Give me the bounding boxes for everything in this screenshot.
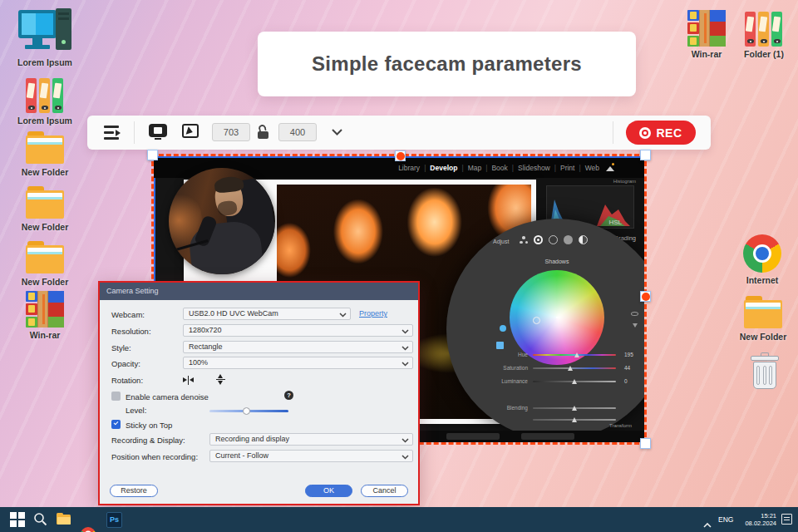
language-indicator[interactable]: ENG <box>718 515 733 524</box>
tab-book[interactable]: Book <box>491 164 507 172</box>
tab-map[interactable]: Map <box>468 164 482 172</box>
denoise-label: Enable camera denoise <box>126 392 209 401</box>
region-width-input[interactable] <box>212 123 250 141</box>
recording-display-value: Recording and display <box>215 435 289 443</box>
desktop-icon-recycle-bin[interactable] <box>746 352 783 391</box>
blending-slider[interactable] <box>533 407 616 410</box>
rotation-label: Rotation: <box>111 376 143 385</box>
restore-button[interactable]: Restore <box>110 485 158 497</box>
position-select[interactable]: Current - Follow <box>209 450 413 462</box>
taskbar-search-button[interactable] <box>33 512 48 527</box>
three-way-icon[interactable] <box>520 236 528 244</box>
handle-right-middle[interactable] <box>640 291 651 302</box>
unlock-aspect-icon[interactable] <box>258 125 270 139</box>
custom-region-icon[interactable] <box>182 124 199 140</box>
clock-time: 15:21 <box>738 512 776 520</box>
tab-slideshow[interactable]: Slideshow <box>518 164 550 172</box>
tab-develop[interactable]: Develop <box>430 164 457 172</box>
chrome-taskbar-button[interactable] <box>81 527 96 532</box>
hue-slider-row: Hue 195 <box>446 352 644 358</box>
webcam-select[interactable]: USB2.0 HD UVC WebCam <box>183 308 351 320</box>
panel-collapse-icon[interactable] <box>104 126 121 140</box>
balance-slider-row <box>446 416 644 423</box>
tab-print[interactable]: Print <box>560 164 574 172</box>
opacity-value: 100% <box>189 358 208 367</box>
blending-slider-row: Blending <box>446 405 644 411</box>
lr-bottom-button[interactable] <box>446 433 500 440</box>
handle-bottom-right[interactable] <box>640 438 651 449</box>
midtones-wheel-icon[interactable] <box>549 235 558 244</box>
saturation-value: 44 <box>624 365 630 371</box>
property-link[interactable]: Property <box>359 309 387 318</box>
sticky-checkbox[interactable] <box>111 420 121 429</box>
hsl-label: HSL <box>608 219 622 226</box>
cancel-button[interactable]: Cancel <box>361 485 408 497</box>
color-wheel[interactable] <box>510 270 604 365</box>
recording-display-label: Recording & Display: <box>111 436 185 445</box>
desktop-icon-winrar-top[interactable]: Win-rar <box>680 10 733 59</box>
handle-top-center[interactable] <box>395 150 406 161</box>
help-icon[interactable]: ? <box>284 391 293 400</box>
histogram-label: Histogram <box>613 179 636 184</box>
sticky-label: Sticky on Top <box>126 421 172 430</box>
hue-value: 195 <box>624 352 633 357</box>
winrar-icon <box>26 291 64 328</box>
desktop-icon-winrar-left[interactable]: Win-rar <box>13 291 76 340</box>
desktop-icon-new-folder-2[interactable]: New Folder <box>13 186 76 232</box>
desktop-icon-folder-1[interactable]: Folder (1) <box>736 12 791 59</box>
panel-toggle-box[interactable] <box>496 342 504 349</box>
chevron-down-icon[interactable] <box>332 129 342 135</box>
handle-top-right[interactable] <box>640 150 651 160</box>
style-value: Rectangle <box>189 342 223 351</box>
tray-expand-chevron[interactable] <box>703 516 712 531</box>
global-wheel-icon[interactable] <box>579 235 588 244</box>
taskbar: Ps ENG 15:21 08.02.2024 <box>0 507 798 532</box>
folder-icon <box>26 186 64 219</box>
desktop-icon-new-folder-right[interactable]: New Folder <box>736 296 790 342</box>
folder-icon <box>744 296 782 329</box>
eye-icon[interactable] <box>631 312 638 316</box>
sample-point-dot[interactable] <box>500 325 506 332</box>
luminance-slider[interactable] <box>533 381 616 383</box>
notification-icon[interactable] <box>781 514 792 525</box>
resolution-select[interactable]: 1280x720 <box>183 324 413 337</box>
icon-label: Win-rar <box>692 49 722 59</box>
recording-display-select[interactable]: Recording and display <box>209 433 413 446</box>
facecam-circle[interactable] <box>169 168 275 274</box>
hue-slider[interactable] <box>533 354 616 357</box>
tab-web[interactable]: Web <box>585 164 599 172</box>
ok-button[interactable]: OK <box>305 485 352 497</box>
tab-library[interactable]: Library <box>398 164 420 172</box>
photoshop-taskbar-button[interactable]: Ps <box>106 512 122 528</box>
module-separator: | <box>424 164 426 172</box>
icon-label: Win-rar <box>30 330 61 340</box>
denoise-checkbox[interactable] <box>111 392 121 401</box>
style-label: Style: <box>111 343 131 352</box>
start-button[interactable] <box>10 512 25 527</box>
rec-button[interactable]: REC <box>626 121 696 145</box>
luminance-label: Luminance <box>501 378 528 384</box>
lr-bottom-button[interactable] <box>521 433 574 440</box>
desktop-icon-new-folder-3[interactable]: New Folder <box>13 241 76 287</box>
file-explorer-button[interactable] <box>57 512 71 527</box>
desktop-icon-binders[interactable]: Lorem Ipsum <box>13 78 76 126</box>
handle-top-left[interactable] <box>147 150 158 160</box>
shadows-wheel-icon[interactable] <box>534 235 543 244</box>
desktop-icon-internet[interactable]: Internet <box>735 234 790 285</box>
flip-horizontal-icon[interactable] <box>183 376 194 385</box>
style-select[interactable]: Rectangle <box>183 341 413 353</box>
opacity-select[interactable]: 100% <box>183 357 413 369</box>
desktop-icon-new-folder-1[interactable]: New Folder <box>13 131 76 177</box>
balance-slider[interactable] <box>533 419 616 421</box>
level-slider[interactable] <box>209 410 288 412</box>
fullscreen-mode-icon[interactable] <box>149 124 167 140</box>
region-height-input[interactable] <box>278 123 317 141</box>
collapse-caret-icon[interactable] <box>633 323 638 328</box>
icon-label: New Folder <box>22 277 69 287</box>
highlights-wheel-icon[interactable] <box>564 235 573 244</box>
saturation-slider[interactable] <box>533 367 616 370</box>
clock[interactable]: 15:21 08.02.2024 <box>738 512 776 527</box>
wheel-selection-marker[interactable] <box>533 317 540 324</box>
flip-vertical-icon[interactable] <box>216 374 225 385</box>
desktop-icon-computer[interactable]: Lorem Ipsum <box>13 8 76 67</box>
